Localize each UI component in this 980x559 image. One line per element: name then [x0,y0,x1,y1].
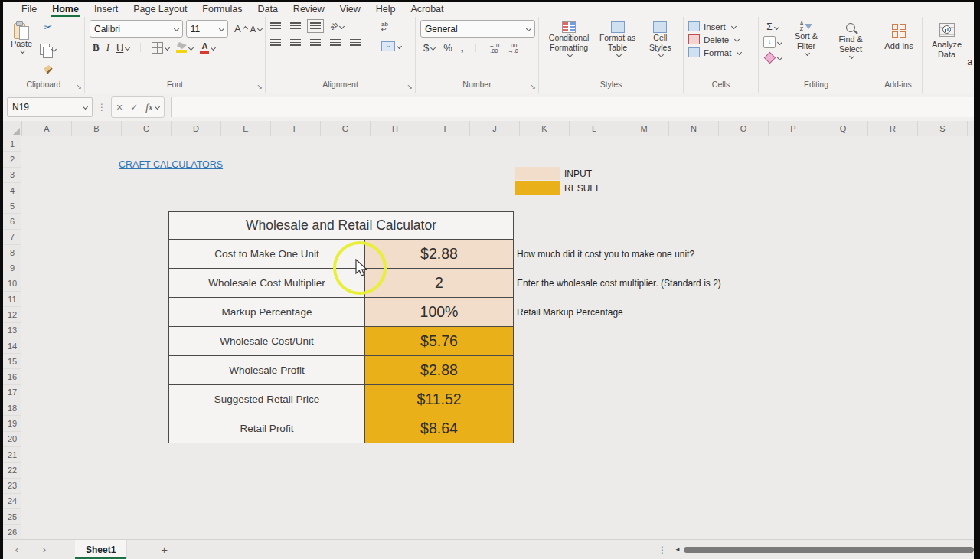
delete-cells-button[interactable]: Delete [688,34,755,44]
column-header[interactable]: B [72,121,122,136]
fill-button[interactable]: ↓ [763,36,782,48]
row-header[interactable]: 10 [3,276,21,292]
dialog-launcher-icon[interactable]: ↘ [76,83,82,90]
font-size-combo[interactable]: 11 [186,20,228,38]
column-header[interactable]: A [22,121,72,136]
ribbon-tab-insert[interactable]: Insert [87,2,126,17]
table-value-cell[interactable]: $11.52 [365,385,513,414]
bold-button[interactable]: B [93,41,100,54]
underline-button[interactable]: U [116,42,129,54]
row-header[interactable]: 21 [3,447,21,463]
ribbon-tab-page-layout[interactable]: Page Layout [126,2,194,17]
autosum-button[interactable]: Σ [763,21,782,32]
orientation-button[interactable]: ab [330,22,344,30]
column-header[interactable]: D [172,121,221,136]
row-header[interactable]: 7 [3,230,21,245]
column-header[interactable]: K [520,121,570,136]
sheet-area[interactable]: CRAFT CALCULATORS INPUTRESULT Wholesale … [21,136,974,540]
table-label-cell[interactable]: Markup Percentage [169,298,365,326]
ribbon-tab-review[interactable]: Review [286,2,332,17]
table-label-cell[interactable]: Retail Profit [169,414,365,443]
table-title[interactable]: Wholesale and Retail Calculator [169,212,513,240]
row-header[interactable]: 18 [3,400,21,416]
table-row-note[interactable]: How much did it cost you to make one uni… [517,240,694,268]
format-painter-button[interactable] [40,65,56,74]
align-center-icon[interactable] [290,39,301,47]
decrease-indent-icon[interactable] [330,39,341,47]
ribbon-tab-acrobat[interactable]: Acrobat [403,2,451,17]
enter-button[interactable]: ✓ [130,102,138,113]
formula-input[interactable] [171,97,974,117]
sheet-tab-active[interactable]: Sheet1 [75,540,127,559]
font-color-button[interactable]: A [200,41,215,54]
row-header[interactable]: 9 [3,260,21,276]
row-header[interactable]: 24 [3,494,21,509]
table-row-note[interactable]: Enter the wholesale cost multiplier. (St… [517,269,721,297]
row-header[interactable]: 13 [3,323,21,338]
row-header[interactable]: 8 [3,245,21,260]
ribbon-tab-data[interactable]: Data [250,2,285,17]
format-cells-button[interactable]: Format [688,47,755,57]
copy-button[interactable] [40,44,56,55]
row-header[interactable]: 20 [3,432,21,447]
borders-button[interactable] [152,42,169,54]
ribbon-tab-formulas[interactable]: Formulas [194,2,250,17]
ribbon-tab-home[interactable]: Home [44,2,87,17]
row-header[interactable]: 3 [3,168,21,183]
shrink-font-button[interactable]: A [250,25,262,34]
column-header[interactable]: E [221,121,271,136]
row-header[interactable]: 26 [3,525,21,540]
align-top-icon[interactable] [270,22,281,30]
row-header[interactable]: 4 [3,183,21,198]
column-header[interactable]: M [619,121,669,136]
merge-center-button[interactable]: ↔ [381,41,401,51]
number-format-combo[interactable]: General [420,20,535,38]
column-header[interactable]: L [570,121,619,136]
column-header[interactable]: G [321,121,371,136]
scrollbar-grip-icon[interactable]: ⋮ [658,544,667,555]
insert-cells-button[interactable]: Insert [688,21,755,31]
column-header[interactable]: T [968,121,974,136]
select-all-button[interactable] [3,121,22,136]
fill-color-button[interactable] [176,42,193,53]
ribbon-tab-help[interactable]: Help [368,2,403,17]
cut-button[interactable]: ✂ [40,21,56,33]
currency-button[interactable]: $ [423,42,435,54]
legend-swatch[interactable] [514,167,560,180]
scroll-left-icon[interactable]: ◄ [675,546,681,553]
ribbon-tab-file[interactable]: File [14,2,44,17]
font-name-combo[interactable]: Calibri [90,20,183,38]
table-label-cell[interactable]: Wholesale Cost/Unit [169,327,365,355]
table-value-cell[interactable]: $8.64 [365,414,513,443]
row-header[interactable]: 6 [3,214,21,229]
align-left-icon[interactable] [270,39,281,47]
align-middle-icon[interactable] [290,22,301,30]
percent-button[interactable]: % [443,42,452,54]
column-header[interactable]: J [470,121,520,136]
column-header[interactable]: I [420,121,470,136]
row-header[interactable]: 25 [3,509,21,525]
splitter-grip-icon[interactable]: ⋮ [97,102,106,113]
prev-sheet-button[interactable]: ‹ [3,544,31,555]
next-sheet-button[interactable]: › [31,544,58,555]
row-header[interactable]: 2 [3,152,21,167]
table-value-cell[interactable]: 2 [365,269,513,297]
column-header[interactable]: Q [818,121,868,136]
legend-label[interactable]: INPUT [564,168,592,179]
wrap-text-icon[interactable]: ab↩ [381,21,401,32]
dialog-launcher-icon[interactable]: ↘ [256,83,263,90]
conditional-formatting-button[interactable]: Conditional Formatting [544,20,594,79]
cell-styles-button[interactable]: Cell Styles [641,20,680,79]
row-header[interactable]: 12 [3,307,21,322]
insert-function-button[interactable]: fx [145,101,158,113]
increase-indent-icon[interactable] [350,39,361,47]
row-header[interactable]: 5 [3,198,21,214]
align-bottom-icon[interactable] [310,22,321,30]
row-header[interactable]: 19 [3,416,21,431]
table-label-cell[interactable]: Suggested Retail Price [169,385,365,414]
analyze-data-button[interactable]: Analyze Data [927,20,966,79]
column-header[interactable]: R [868,121,918,136]
row-header[interactable]: 23 [3,479,21,494]
column-header[interactable]: O [719,121,769,136]
cancel-button[interactable]: × [116,101,122,113]
